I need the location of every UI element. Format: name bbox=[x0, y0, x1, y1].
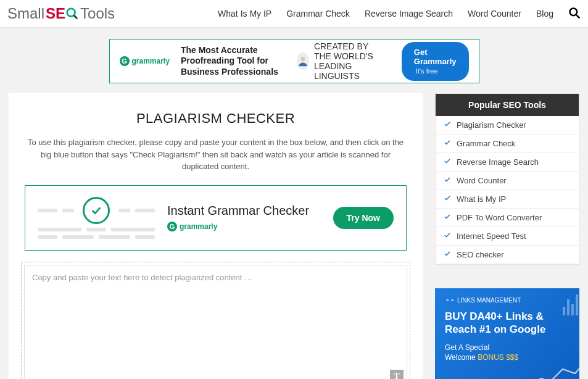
logo-text-tools: Tools bbox=[80, 5, 115, 22]
svg-point-4 bbox=[301, 57, 305, 61]
logo[interactable]: Small S E Tools bbox=[7, 5, 115, 22]
get-grammarly-button[interactable]: Get Grammarly It's free bbox=[402, 42, 469, 81]
created-by-label: CREATED BY THE WORLD'S LEADING LINGUISTS bbox=[314, 41, 379, 81]
check-icon bbox=[443, 194, 452, 204]
nav-grammar-check[interactable]: Grammar Check bbox=[286, 9, 350, 19]
main-panel: PLAGIARISM CHECKER To use this plagiaris… bbox=[9, 93, 423, 379]
content-textarea[interactable] bbox=[24, 265, 407, 380]
check-icon bbox=[443, 157, 452, 167]
popular-tools-panel: Popular SEO Tools Plagiarism Checker Gra… bbox=[435, 93, 579, 265]
links-management-promo[interactable]: ⚬⚬ LINKS MANAGEMENT BUY DA40+ Links & Re… bbox=[435, 288, 579, 379]
sidebar-item-reverse-image-search[interactable]: Reverse Image Search bbox=[436, 153, 579, 172]
avatar-block: CREATED BY THE WORLD'S LEADING LINGUISTS bbox=[297, 41, 379, 81]
promo-chart-icon bbox=[529, 360, 579, 379]
nav-reverse-image-search[interactable]: Reverse Image Search bbox=[365, 9, 453, 19]
sidebar-item-plagiarism-checker[interactable]: Plagiarism Checker bbox=[436, 116, 579, 135]
magnifier-icon bbox=[65, 7, 79, 20]
sidebar-item-word-counter[interactable]: Word Counter bbox=[436, 172, 579, 190]
svg-line-3 bbox=[576, 15, 579, 18]
grammarly-g-icon-2: G bbox=[167, 222, 177, 231]
sidebar-list: Plagiarism Checker Grammar Check Reverse… bbox=[436, 116, 579, 264]
promo-bars-icon bbox=[563, 294, 578, 315]
svg-point-0 bbox=[67, 9, 75, 17]
search-icon[interactable] bbox=[568, 7, 581, 21]
check-icon bbox=[443, 176, 452, 185]
check-icon bbox=[443, 250, 452, 259]
banner2-title: Instant Grammar Checker bbox=[167, 204, 321, 218]
sidebar-item-internet-speed-test[interactable]: Internet Speed Test bbox=[436, 227, 579, 246]
banner2-mid: Instant Grammar Checker G grammarly bbox=[167, 204, 321, 231]
nav-what-is-my-ip[interactable]: What Is My IP bbox=[218, 9, 271, 19]
sidebar-item-seo-checker[interactable]: SEO checker bbox=[436, 246, 579, 264]
promo-brand: ⚬⚬ LINKS MANAGEMENT bbox=[445, 297, 569, 304]
check-icon bbox=[443, 231, 452, 241]
svg-point-2 bbox=[570, 8, 578, 15]
linguist-avatar-icon bbox=[297, 52, 309, 70]
nav-word-counter[interactable]: Word Counter bbox=[468, 9, 521, 19]
sidebar-item-what-is-my-ip[interactable]: What is My IP bbox=[436, 190, 579, 209]
header: Small S E Tools What Is My IP Grammar Ch… bbox=[0, 0, 588, 28]
top-banner-wrap: G grammarly The Most Accurate Proofreadi… bbox=[0, 28, 588, 93]
nav-blog[interactable]: Blog bbox=[536, 9, 553, 19]
banner-headline: The Most Accurate Proofreading Tool for … bbox=[181, 45, 286, 78]
nav: What Is My IP Grammar Check Reverse Imag… bbox=[218, 7, 581, 21]
sidebar-header: Popular SEO Tools bbox=[436, 94, 579, 116]
promo-title: BUY DA40+ Links & Reach #1 on Google bbox=[445, 310, 569, 336]
grammarly-logo: G grammarly bbox=[120, 56, 170, 66]
grammarly-inline-banner[interactable]: Instant Grammar Checker G grammarly Try … bbox=[25, 185, 407, 251]
check-icon bbox=[443, 213, 452, 222]
sidebar-item-pdf-to-word[interactable]: PDF To Word Converter bbox=[436, 209, 579, 227]
chain-icon: ⚬⚬ bbox=[445, 297, 455, 304]
logo-text-small: Small bbox=[7, 5, 44, 22]
check-circle-icon bbox=[83, 197, 110, 224]
grammarly-brand-text: grammarly bbox=[132, 57, 170, 65]
try-now-button[interactable]: Try Now bbox=[333, 207, 394, 229]
check-icon bbox=[443, 120, 452, 130]
content: PLAGIARISM CHECKER To use this plagiaris… bbox=[0, 93, 588, 379]
input-area: T Upload a Document: (.doc, .docx, .txt)… bbox=[21, 262, 410, 380]
text-cursor-icon[interactable]: T bbox=[390, 370, 404, 380]
sidebar: Popular SEO Tools Plagiarism Checker Gra… bbox=[435, 93, 579, 379]
svg-line-1 bbox=[74, 15, 78, 19]
logo-text-seo: S E bbox=[46, 5, 79, 22]
page-title: PLAGIARISM CHECKER bbox=[21, 110, 410, 127]
skeleton-graphic bbox=[38, 193, 155, 243]
grammarly-logo-2: G grammarly bbox=[167, 222, 321, 231]
grammarly-top-banner[interactable]: G grammarly The Most Accurate Proofreadi… bbox=[109, 39, 479, 83]
page-subtitle: To use this plagiarism checker, please c… bbox=[21, 136, 410, 173]
sidebar-item-grammar-check[interactable]: Grammar Check bbox=[436, 135, 579, 153]
grammarly-g-icon: G bbox=[120, 56, 130, 66]
check-icon bbox=[443, 139, 452, 148]
